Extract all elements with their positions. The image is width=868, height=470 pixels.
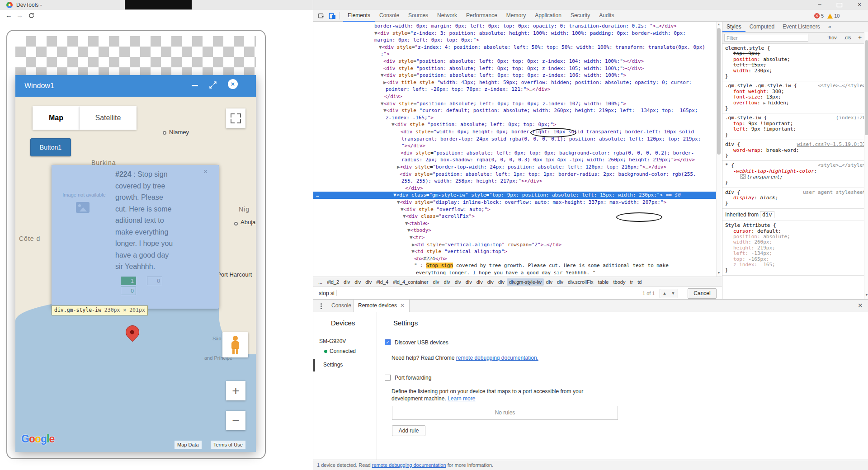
dom-tree-node[interactable]: ▶<td style="vertical-align:top" rowspan=…	[313, 241, 716, 249]
breadcrumb-item[interactable]: div	[485, 278, 496, 286]
dom-tree-node[interactable]: ▼<div style="z-index: 3; position: absol…	[313, 30, 716, 37]
dom-tree-node[interactable]: ▼<tr>	[313, 234, 716, 241]
back-icon[interactable]: ←	[5, 11, 12, 19]
search-previous-icon[interactable]: ▲	[660, 289, 670, 298]
dom-tree-node[interactable]: <div style="width: 0px; height: 0px; bor…	[313, 128, 716, 136]
dom-tree-node[interactable]: ▼<tbody>	[313, 227, 716, 234]
devtools-tab-performance[interactable]: Performance	[462, 10, 502, 22]
style-rule[interactable]: user agent stylesheetdiv {display: block…	[722, 188, 868, 209]
dom-tree-node[interactable]: ▼<div style="display: inline-block; over…	[313, 199, 716, 206]
dom-tree-node[interactable]: <div style="position: absolute; left: 1p…	[313, 171, 716, 178]
breadcrumb-item[interactable]: div	[341, 278, 352, 286]
window1-minimize-icon[interactable]	[192, 85, 198, 86]
dom-tree-node[interactable]: ▶<div style="border-top-width: 24px; pos…	[313, 164, 716, 171]
inspect-element-icon[interactable]	[318, 12, 325, 19]
breadcrumb-item[interactable]: div	[555, 278, 566, 286]
map-type-satellite-button[interactable]: Satellite	[80, 106, 137, 130]
devtools-tab-console[interactable]: Console	[375, 10, 404, 22]
dom-tree-node[interactable]: ;">	[313, 51, 716, 58]
css-property[interactable]: display: block;	[725, 195, 866, 201]
breadcrumb-item[interactable]: div	[496, 278, 507, 286]
devtools-tab-memory[interactable]: Memory	[502, 10, 530, 22]
dom-tree-node[interactable]: ▼<div class="scrollFix">	[313, 213, 716, 220]
dom-tree-node[interactable]: pointer; left: -26px; top: 70px; z-index…	[313, 86, 716, 93]
remote-debugging-doc-link[interactable]: remote debugging documentation.	[456, 355, 538, 361]
dom-tree-node[interactable]: ▼<td style="vertical-align:top">	[313, 248, 716, 255]
stylesheet-link[interactable]: (index):20	[836, 115, 866, 121]
css-property[interactable]: left: 9px !important;	[725, 127, 866, 132]
breadcrumb-item[interactable]: td	[635, 278, 644, 286]
devtools-tab-security[interactable]: Security	[566, 10, 594, 22]
stylesheet-link[interactable]: wisej.css?v=1.5.19.0:33	[797, 142, 866, 147]
css-property[interactable]: overflow: ▶ hidden;	[725, 100, 866, 106]
dom-tree-node[interactable]: ▶<div title style="width: 43px; height: …	[313, 79, 716, 86]
search-next-icon[interactable]: ▼	[669, 289, 678, 298]
close-button[interactable]: ×	[850, 0, 868, 10]
dom-tree-node[interactable]: ▼<div style="z-index: 4; position: absol…	[313, 44, 716, 51]
learn-more-link[interactable]: Learn more	[448, 395, 475, 402]
new-style-rule-icon[interactable]: +	[858, 34, 862, 41]
breadcrumb-item[interactable]: #id_4	[374, 278, 391, 286]
dom-tree-node[interactable]: ▼<div style="overflow: auto;">	[313, 206, 716, 213]
style-rule[interactable]: Style Attribute {cursor: default;positio…	[722, 221, 868, 276]
dom-tree-node[interactable]: margin: 0px; left: 0px; top: 0px;">	[313, 37, 716, 44]
dom-tree-node[interactable]: ▼<div style="position: absolute; left: 0…	[313, 72, 716, 79]
maximize-button[interactable]	[830, 0, 849, 10]
dom-tree-node[interactable]: ▼<div style="cursor: default; position: …	[313, 107, 716, 114]
breadcrumb-item[interactable]: div	[463, 278, 474, 286]
counter-green[interactable]: 1	[121, 277, 136, 285]
dom-tree-node[interactable]: </div>	[313, 93, 716, 100]
window1-close-icon[interactable]: ×	[228, 79, 238, 89]
map-type-map-button[interactable]: Map	[33, 106, 80, 130]
styles-tab-computed[interactable]: Computed	[745, 22, 778, 32]
info-window-close-icon[interactable]: ×	[203, 168, 208, 176]
breadcrumb-item[interactable]: ...	[316, 278, 325, 286]
dom-tree-node[interactable]: ▼<table>	[313, 220, 716, 227]
map-canvas[interactable]: NiameyBurkinaCôte dNigAbujaPort Harcourt…	[15, 97, 256, 452]
search-cancel-button[interactable]: Cancel	[688, 288, 717, 299]
drawer-tab-remote-devices[interactable]: Remote devices✕	[353, 300, 410, 312]
stylesheet-link[interactable]: <style>…</style>	[818, 163, 866, 168]
button1[interactable]: Button1	[30, 138, 71, 156]
cls-toggle[interactable]: .cls	[844, 35, 851, 40]
breadcrumb-item[interactable]: div	[352, 278, 363, 286]
dom-tree-node[interactable]: <div style="position: absolute; left: 0p…	[313, 58, 716, 65]
device-toolbar-icon[interactable]	[329, 12, 336, 19]
breadcrumb-item[interactable]: div	[474, 278, 485, 286]
discover-usb-checkbox[interactable]: ✓	[385, 339, 391, 345]
dom-tree-node[interactable]: <b>#224</b>	[313, 255, 716, 263]
window1-maximize-icon[interactable]	[209, 81, 217, 89]
style-rule[interactable]: wisej.css?v=1.5.19.0:33div {word-wrap: b…	[722, 140, 868, 161]
browser-tab[interactable]	[125, 0, 192, 9]
zoom-out-button[interactable]: −	[226, 411, 245, 430]
styles-tab-styles[interactable]: Styles	[722, 22, 745, 32]
dom-tree-node[interactable]: 255, 255); width: 258px; height: 217px;"…	[313, 178, 716, 185]
style-rule[interactable]: element.style {top: 9px;position: absolu…	[722, 44, 868, 81]
breadcrumb-item[interactable]: div	[442, 278, 453, 286]
css-property[interactable]: width: 230px;	[725, 68, 866, 74]
drawer-tab-close-icon[interactable]: ✕	[400, 302, 405, 309]
breadcrumb-item[interactable]: div	[363, 278, 374, 286]
devtools-tab-elements[interactable]: Elements	[343, 10, 375, 22]
stylesheet-link[interactable]: user agent stylesheet	[803, 190, 866, 195]
dom-tree-node[interactable]: z-index: -165;">	[313, 114, 716, 122]
breadcrumb-item[interactable]: #id_2	[325, 278, 341, 286]
dom-tree-node[interactable]: transparent; border-top: 24px solid rgba…	[313, 136, 716, 143]
style-rule[interactable]: (index):20.gm-style-iw {top: 9px !import…	[722, 113, 868, 140]
console-badges[interactable]: ✕ 5 10	[814, 10, 840, 22]
breadcrumb-item[interactable]: tbody	[611, 278, 627, 286]
breadcrumb-item[interactable]: tr	[627, 278, 635, 286]
dom-tree-node[interactable]: …▼<div class="gm-style-iw" style="top: 9…	[313, 192, 716, 199]
counter-white-2[interactable]: 0	[147, 277, 162, 285]
dom-tree-node[interactable]: radius: 2px; box-shadow: rgba(0, 0, 0, 0…	[313, 156, 716, 164]
dom-tree-node[interactable]: everything longer. I hope you have a goo…	[313, 269, 716, 277]
drawer-close-icon[interactable]: ✕	[858, 302, 863, 309]
device-name[interactable]: SM-G920V	[319, 338, 346, 344]
styles-scrollbar[interactable]: ▼	[864, 32, 868, 299]
zoom-in-button[interactable]: +	[226, 381, 245, 400]
devtools-tab-application[interactable]: Application	[530, 10, 566, 22]
dom-tree-node[interactable]: <div style="position: absolute; left: 0p…	[313, 65, 716, 72]
css-property[interactable]: word-wrap: break-word;	[725, 148, 866, 153]
window1-titlebar[interactable]: Window1 ×	[15, 75, 256, 97]
add-rule-button[interactable]: Add rule	[392, 425, 425, 436]
